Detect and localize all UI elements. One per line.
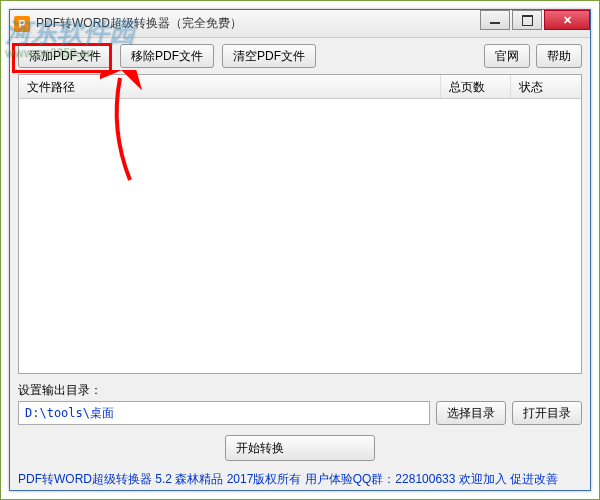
column-pages[interactable]: 总页数 <box>441 75 511 98</box>
minimize-button[interactable] <box>480 10 510 30</box>
window-controls <box>480 10 590 30</box>
official-site-button[interactable]: 官网 <box>484 44 530 68</box>
table-body[interactable] <box>19 99 581 373</box>
column-status[interactable]: 状态 <box>511 75 581 98</box>
titlebar: P PDF转WORD超级转换器（完全免费） <box>10 10 590 38</box>
convert-row: 开始转换 <box>10 429 590 467</box>
close-button[interactable] <box>544 10 590 30</box>
toolbar-right: 官网 帮助 <box>484 44 582 68</box>
toolbar: 添加PDF文件 移除PDF文件 清空PDF文件 官网 帮助 <box>10 38 590 74</box>
output-section: 设置输出目录： D:\tools\桌面 选择目录 打开目录 <box>10 374 590 429</box>
output-path-field[interactable]: D:\tools\桌面 <box>18 401 430 425</box>
app-icon: P <box>14 16 30 32</box>
remove-pdf-button[interactable]: 移除PDF文件 <box>120 44 214 68</box>
help-button[interactable]: 帮助 <box>536 44 582 68</box>
clear-pdf-button[interactable]: 清空PDF文件 <box>222 44 316 68</box>
choose-dir-button[interactable]: 选择目录 <box>436 401 506 425</box>
column-filepath[interactable]: 文件路径 <box>19 75 441 98</box>
maximize-button[interactable] <box>512 10 542 30</box>
output-controls: D:\tools\桌面 选择目录 打开目录 <box>18 401 582 425</box>
output-label: 设置输出目录： <box>18 382 582 399</box>
table-header: 文件路径 总页数 状态 <box>19 75 581 99</box>
start-convert-button[interactable]: 开始转换 <box>225 435 375 461</box>
open-dir-button[interactable]: 打开目录 <box>512 401 582 425</box>
application-window: P PDF转WORD超级转换器（完全免费） 添加PDF文件 移除PDF文件 清空… <box>9 9 591 491</box>
file-list-table: 文件路径 总页数 状态 <box>18 74 582 374</box>
footer-text: PDF转WORD超级转换器 5.2 森林精品 2017版权所有 用户体验QQ群：… <box>10 467 590 492</box>
add-pdf-button[interactable]: 添加PDF文件 <box>18 44 112 68</box>
